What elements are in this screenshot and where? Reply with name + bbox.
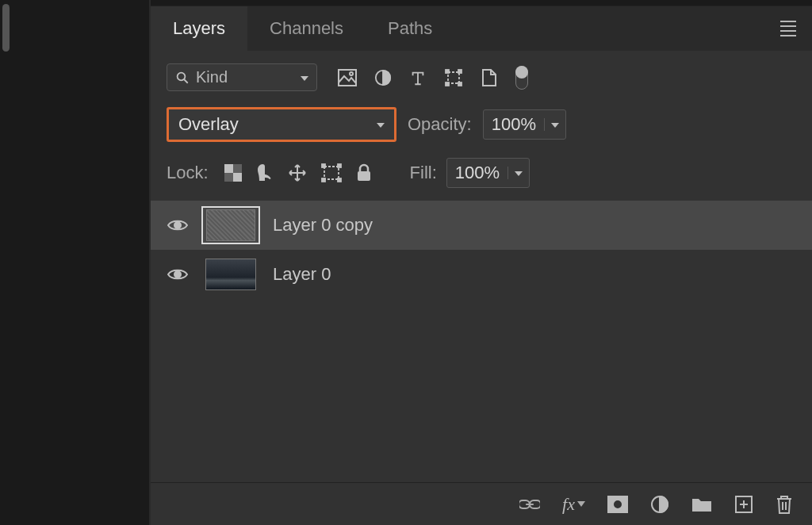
canvas-area: [0, 0, 151, 525]
panel-menu-icon[interactable]: [780, 21, 796, 36]
type-layer-filter-icon[interactable]: [409, 69, 427, 86]
opacity-value: 100%: [484, 110, 544, 139]
layer-panel-footer: fx: [151, 482, 812, 525]
lock-transparency-icon[interactable]: [224, 164, 242, 182]
delete-layer-icon[interactable]: [776, 494, 793, 515]
svg-point-21: [174, 271, 181, 278]
svg-point-20: [174, 222, 181, 228]
layer-list: Layer 0 copy Layer 0: [151, 201, 812, 482]
chevron-down-icon: [508, 167, 529, 179]
chevron-down-icon: [301, 75, 308, 80]
lock-all-icon[interactable]: [356, 163, 372, 182]
blend-mode-row: Overlay Opacity: 100%: [151, 99, 812, 150]
svg-point-23: [613, 500, 622, 509]
opacity-input[interactable]: 100%: [483, 109, 566, 140]
link-layers-icon[interactable]: [519, 498, 540, 511]
panel-divider: [151, 0, 812, 6]
lock-position-icon[interactable]: [288, 163, 307, 182]
search-icon: [175, 71, 190, 85]
svg-point-3: [350, 72, 353, 75]
panel-tab-bar: Layers Channels Paths: [151, 6, 812, 51]
chevron-down-icon: [377, 122, 385, 127]
layer-item[interactable]: Layer 0 copy: [151, 201, 812, 250]
opacity-label: Opacity:: [408, 114, 472, 135]
tab-paths[interactable]: Paths: [366, 6, 454, 51]
layer-thumbnail[interactable]: [201, 206, 260, 244]
svg-point-0: [178, 72, 186, 80]
new-group-icon[interactable]: [691, 496, 712, 513]
smart-object-filter-icon[interactable]: [481, 68, 498, 87]
svg-rect-13: [224, 173, 233, 182]
tab-channels[interactable]: Channels: [247, 6, 366, 51]
svg-rect-16: [338, 164, 341, 167]
svg-rect-15: [322, 164, 325, 167]
filter-kind-dropdown[interactable]: Kind: [167, 63, 317, 91]
svg-rect-12: [233, 164, 242, 173]
filter-toggle-switch[interactable]: [515, 66, 528, 90]
lock-image-icon[interactable]: [256, 163, 274, 182]
svg-rect-11: [233, 173, 242, 182]
svg-line-1: [184, 79, 188, 83]
tab-layers[interactable]: Layers: [151, 6, 247, 51]
layer-thumbnail[interactable]: [201, 255, 260, 293]
lock-label: Lock:: [167, 163, 209, 183]
adjustment-layer-filter-icon[interactable]: [374, 69, 392, 86]
chevron-down-icon: [544, 118, 565, 131]
layer-name-label[interactable]: Layer 0 copy: [273, 215, 373, 236]
layer-mask-icon[interactable]: [607, 496, 628, 513]
svg-rect-19: [358, 171, 370, 181]
svg-rect-18: [338, 178, 341, 182]
svg-rect-2: [339, 70, 356, 86]
fill-input[interactable]: 100%: [446, 158, 530, 188]
svg-rect-9: [458, 82, 462, 86]
canvas-scrollbar[interactable]: [2, 4, 10, 52]
pixel-layer-filter-icon[interactable]: [338, 69, 357, 86]
visibility-toggle-icon[interactable]: [167, 218, 189, 232]
svg-rect-10: [224, 164, 233, 173]
filter-kind-label: Kind: [196, 68, 228, 86]
svg-rect-17: [322, 178, 325, 182]
adjustment-layer-icon[interactable]: [650, 495, 669, 514]
layers-panel: Layers Channels Paths Kind: [151, 0, 812, 525]
svg-rect-7: [458, 70, 462, 73]
layer-item[interactable]: Layer 0: [151, 250, 812, 299]
lock-row: Lock: Fill: 100%: [151, 150, 812, 201]
filter-row: Kind: [151, 51, 812, 99]
filter-type-icons: [338, 66, 528, 90]
fill-label: Fill:: [410, 163, 437, 183]
new-layer-icon[interactable]: [734, 495, 753, 514]
layer-effects-icon[interactable]: fx: [562, 494, 585, 515]
visibility-toggle-icon[interactable]: [167, 267, 189, 282]
blend-mode-value: Overlay: [178, 114, 239, 135]
layer-name-label[interactable]: Layer 0: [273, 264, 331, 285]
fill-value: 100%: [447, 159, 508, 187]
blend-mode-dropdown[interactable]: Overlay: [167, 107, 396, 142]
svg-rect-6: [446, 70, 449, 73]
svg-rect-5: [448, 72, 459, 83]
svg-rect-8: [446, 82, 449, 86]
shape-layer-filter-icon[interactable]: [444, 68, 463, 87]
svg-rect-14: [324, 167, 339, 179]
lock-artboard-icon[interactable]: [321, 163, 342, 182]
